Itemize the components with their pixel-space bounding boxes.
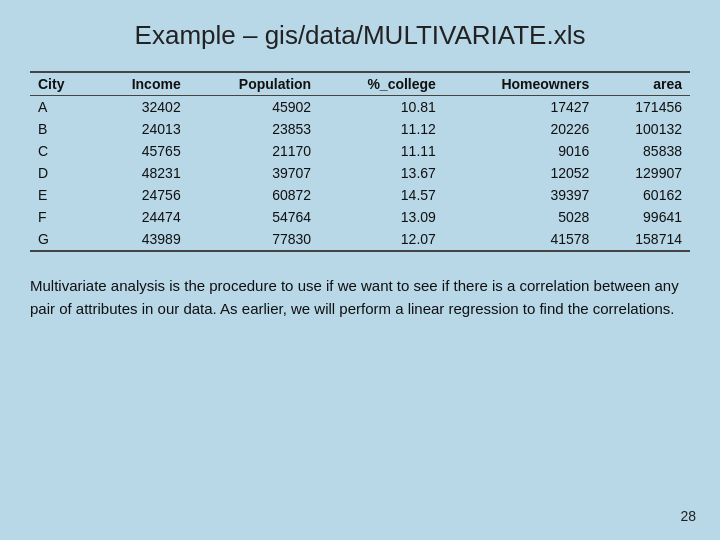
table-cell: 20226 xyxy=(444,118,597,140)
table-cell: 45902 xyxy=(189,96,319,119)
table-cell: 14.57 xyxy=(319,184,444,206)
table-header-cell: City xyxy=(30,72,93,96)
table-cell: 45765 xyxy=(93,140,189,162)
table-cell: 48231 xyxy=(93,162,189,184)
table-cell: 13.09 xyxy=(319,206,444,228)
table-cell: 5028 xyxy=(444,206,597,228)
table-header-cell: area xyxy=(597,72,690,96)
table-cell: 100132 xyxy=(597,118,690,140)
table-cell: A xyxy=(30,96,93,119)
table-cell: 129907 xyxy=(597,162,690,184)
table-row: B240132385311.1220226100132 xyxy=(30,118,690,140)
table-cell: G xyxy=(30,228,93,251)
table-cell: 24756 xyxy=(93,184,189,206)
table-cell: 60162 xyxy=(597,184,690,206)
table-cell: 77830 xyxy=(189,228,319,251)
table-cell: 9016 xyxy=(444,140,597,162)
table-cell: E xyxy=(30,184,93,206)
table-row: D482313970713.6712052129907 xyxy=(30,162,690,184)
table-cell: 23853 xyxy=(189,118,319,140)
table-header-cell: %_college xyxy=(319,72,444,96)
table-cell: 12.07 xyxy=(319,228,444,251)
table-cell: 21170 xyxy=(189,140,319,162)
table-cell: B xyxy=(30,118,93,140)
table-cell: 24474 xyxy=(93,206,189,228)
table-cell: 60872 xyxy=(189,184,319,206)
table-row: G439897783012.0741578158714 xyxy=(30,228,690,251)
page-title: Example – gis/data/MULTIVARIATE.xls xyxy=(30,20,690,51)
table-cell: 17427 xyxy=(444,96,597,119)
table-cell: C xyxy=(30,140,93,162)
table-cell: 11.11 xyxy=(319,140,444,162)
page-number: 28 xyxy=(680,508,696,524)
table-row: A324024590210.8117427171456 xyxy=(30,96,690,119)
table-row: F244745476413.09502899641 xyxy=(30,206,690,228)
table-cell: 24013 xyxy=(93,118,189,140)
table-cell: D xyxy=(30,162,93,184)
table-header-cell: Homeowners xyxy=(444,72,597,96)
table-cell: 12052 xyxy=(444,162,597,184)
table-header-cell: Income xyxy=(93,72,189,96)
table-row: E247566087214.573939760162 xyxy=(30,184,690,206)
table-cell: 41578 xyxy=(444,228,597,251)
table-cell: 99641 xyxy=(597,206,690,228)
table-cell: 39397 xyxy=(444,184,597,206)
data-table: CityIncomePopulation%_collegeHomeownersa… xyxy=(30,71,690,252)
table-cell: 54764 xyxy=(189,206,319,228)
table-cell: 39707 xyxy=(189,162,319,184)
table-header-cell: Population xyxy=(189,72,319,96)
table-row: C457652117011.11901685838 xyxy=(30,140,690,162)
table-cell: 158714 xyxy=(597,228,690,251)
table-cell: 85838 xyxy=(597,140,690,162)
table-cell: 43989 xyxy=(93,228,189,251)
table-cell: 13.67 xyxy=(319,162,444,184)
page-container: Example – gis/data/MULTIVARIATE.xls City… xyxy=(0,0,720,540)
table-header-row: CityIncomePopulation%_collegeHomeownersa… xyxy=(30,72,690,96)
description-text: Multivariate analysis is the procedure t… xyxy=(30,274,690,321)
table-cell: 10.81 xyxy=(319,96,444,119)
table-cell: 11.12 xyxy=(319,118,444,140)
table-cell: 171456 xyxy=(597,96,690,119)
table-cell: 32402 xyxy=(93,96,189,119)
table-cell: F xyxy=(30,206,93,228)
